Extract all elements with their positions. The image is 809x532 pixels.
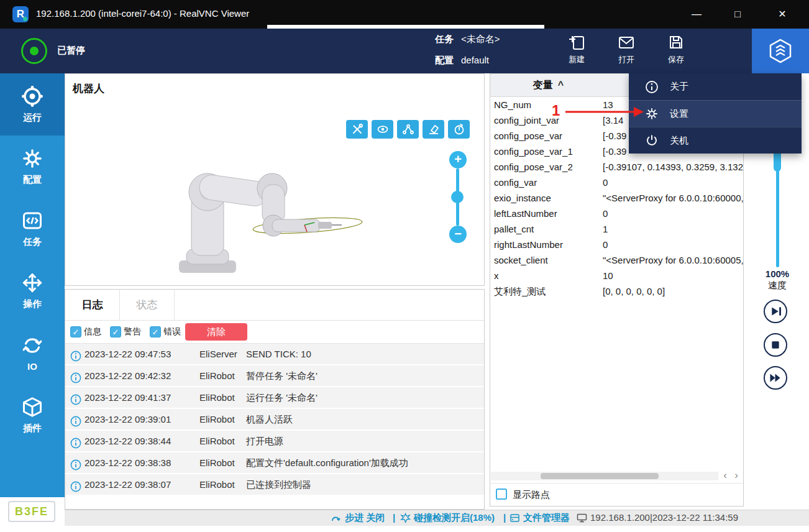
log-row: 2023-12-22 09:38:07EliRobot已连接到控制器	[65, 474, 484, 495]
log-row: 2023-12-22 09:41:37EliRobot运行任务 '未命名'	[65, 387, 484, 408]
variable-name: x	[490, 268, 603, 283]
config-label: 配置	[435, 55, 454, 65]
robot-3d-viewport[interactable]	[152, 144, 382, 283]
scrollbar-thumb[interactable]	[541, 473, 659, 479]
zoom-out-button[interactable]: −	[449, 226, 467, 243]
menu-item-about[interactable]: 关于	[629, 73, 802, 100]
log-row: 2023-12-22 09:47:53EliServerSEND TICK: 1…	[65, 344, 484, 364]
minimize-button[interactable]: —	[686, 5, 707, 24]
view-visibility-button[interactable]	[372, 120, 393, 139]
about-info-icon	[645, 80, 659, 94]
filter-info-checkbox[interactable]: ✓信息	[70, 326, 101, 337]
sidebar-item-run[interactable]: 运行	[0, 73, 65, 135]
variable-row[interactable]: socket_client"<ServerProxy for 6.0.0.10:…	[490, 252, 743, 268]
io-cycle-icon	[21, 334, 43, 357]
new-task-button[interactable]: 新建	[554, 34, 599, 70]
save-task-button[interactable]: 保存	[654, 34, 698, 70]
step-mode-icon	[331, 513, 341, 525]
log-time: 2023-12-22 09:38:44	[85, 431, 171, 451]
view-tools-button[interactable]	[346, 120, 368, 139]
gear-icon	[21, 147, 43, 170]
sidebar-item-io[interactable]: IO	[0, 322, 65, 384]
zoom-in-button[interactable]: +	[449, 151, 467, 168]
show-waypoints-checkbox[interactable]	[496, 488, 507, 500]
sidebar-item-task[interactable]: 任务	[0, 198, 65, 260]
config-value: default	[461, 55, 489, 65]
window-titlebar: R 192.168.1.200 (intel-corei7-64:0) - Re…	[0, 0, 809, 29]
maximize-button[interactable]: □	[727, 5, 748, 24]
variable-value: "<ServerProxy for 6.0.0.10:60005,	[603, 255, 743, 265]
file-manager-button[interactable]: 文件管理器	[523, 512, 570, 524]
brand-area: B3FE	[0, 497, 65, 532]
config-info: 配置default	[435, 55, 489, 66]
menu-item-settings[interactable]: 设置	[629, 100, 802, 127]
robot-panel: 机器人 + −	[65, 73, 485, 286]
menu-item-shutdown[interactable]: 关机	[629, 127, 802, 154]
sidebar-item-label: 任务	[23, 236, 42, 248]
checkbox-checked-icon: ✓	[150, 326, 161, 337]
variable-row[interactable]: leftLastNumber0	[490, 206, 743, 221]
checkbox-checked-icon: ✓	[70, 326, 81, 337]
view-path-button[interactable]	[397, 120, 419, 139]
system-menu-button[interactable]	[752, 29, 809, 73]
eye-icon	[377, 123, 389, 135]
power-icon	[645, 134, 659, 147]
variable-row[interactable]: config_var0	[490, 175, 743, 190]
filter-warning-checkbox[interactable]: ✓警告	[110, 326, 141, 337]
sidebar-item-config[interactable]: 配置	[0, 135, 65, 198]
log-message: 打开电源	[246, 431, 283, 451]
scroll-right-button[interactable]: ›	[731, 469, 741, 482]
separator: |	[503, 512, 506, 523]
filter-info-label: 信息	[84, 326, 101, 337]
open-task-label: 打开	[618, 54, 634, 65]
fast-forward-button[interactable]	[764, 366, 787, 390]
stop-button[interactable]	[764, 333, 787, 357]
sidebar-item-label: 插件	[23, 423, 42, 434]
log-time: 2023-12-22 09:38:07	[85, 474, 171, 495]
step-run-button[interactable]	[764, 300, 787, 323]
log-message: 运行任务 '未命名'	[246, 387, 318, 408]
sidebar-item-operate[interactable]: 操作	[0, 260, 65, 322]
eraser-icon	[427, 123, 440, 135]
zoom-slider-handle[interactable]	[451, 191, 464, 203]
variable-row[interactable]: 艾利特_测试[0, 0, 0, 0, 0, 0]	[490, 283, 743, 299]
menu-item-label: 设置	[670, 108, 688, 120]
robot-status-icon	[21, 38, 47, 64]
variable-row[interactable]: exio_instance"<ServerProxy for 6.0.0.10:…	[490, 190, 743, 206]
variable-row[interactable]: config_pose_var_2[-0.39107, 0.14393, 0.3…	[490, 159, 743, 175]
variable-name: socket_client	[490, 252, 603, 268]
open-task-button[interactable]: 打开	[604, 34, 649, 70]
show-waypoints-row: 显示路点	[490, 483, 743, 507]
clear-log-button[interactable]: 清除	[185, 323, 247, 341]
info-icon	[70, 479, 81, 499]
settings-gear-icon	[645, 107, 659, 121]
tab-status[interactable]: 状态	[120, 290, 175, 320]
variable-row[interactable]: pallet_cnt1	[490, 221, 743, 237]
filter-warning-label: 警告	[124, 326, 141, 337]
tab-log[interactable]: 日志	[65, 290, 120, 320]
log-source: EliRobot	[199, 431, 235, 451]
save-icon	[667, 34, 685, 51]
view-erase-button[interactable]	[423, 120, 444, 139]
variable-value: 0	[603, 177, 608, 188]
view-timer-button[interactable]	[448, 120, 470, 139]
robot-arm-render	[152, 144, 382, 283]
variable-row[interactable]: rightLastNumber0	[490, 237, 743, 252]
close-button[interactable]: ✕	[772, 5, 793, 24]
log-source: EliServer	[199, 344, 237, 364]
log-message: 机器人活跃	[246, 409, 293, 429]
log-message: 配置文件'default.configuration'加载成功	[246, 452, 408, 473]
app-header: 已暂停 任务<未命名> 配置default 新建 打开 保存	[0, 29, 809, 73]
filter-error-checkbox[interactable]: ✓错误	[150, 326, 181, 337]
collision-status[interactable]: 碰撞检测开启(18%)	[414, 512, 495, 524]
log-source: EliRobot	[199, 452, 235, 473]
elite-logo-icon	[767, 37, 794, 65]
variable-row[interactable]: x10	[490, 268, 743, 283]
scroll-left-button[interactable]: ‹	[720, 469, 730, 482]
sidebar-item-plugin[interactable]: 插件	[0, 384, 65, 446]
speed-slider-track	[776, 170, 779, 267]
variable-value: 1	[603, 224, 608, 234]
waypoints-icon	[402, 123, 414, 135]
step-mode-status[interactable]: 步进 关闭	[345, 512, 385, 524]
variable-name: exio_instance	[490, 190, 603, 206]
